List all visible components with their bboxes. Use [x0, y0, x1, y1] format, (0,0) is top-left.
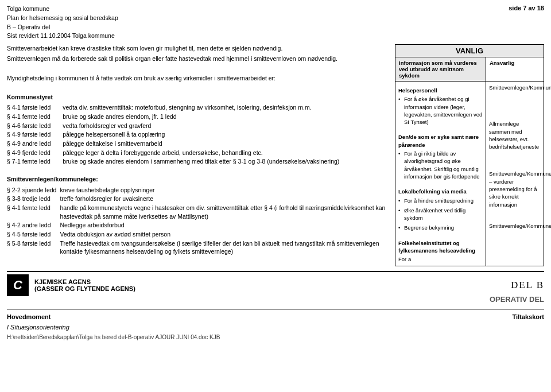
footer-row: Hovedmoment Tiltakskort [7, 313, 544, 320]
section1-title: Helsepersonell [398, 87, 483, 94]
section4-title: Folkehelseinstituttet og fylkesmannens h… [398, 239, 483, 255]
section3-bullet-3: Begrense bekymring [404, 224, 483, 231]
right-column: VANLIG Informasjon som må vurderes ved u… [395, 44, 544, 266]
intro-para-2: Smittevernlegen må da forberede sak til … [7, 55, 390, 63]
section2-ansvarlig: Allmennlege sammen med helsesøster, evt.… [489, 120, 541, 150]
ansvarlig-header: Ansvarlig [486, 57, 544, 81]
table-row: § 7-1 femte ledd bruke og skade andres e… [7, 157, 390, 166]
situasjon-text: I Situasjonsorientering [7, 324, 544, 331]
cell-ref: § 7-1 femte ledd [7, 157, 63, 166]
section1-ansvarlig: Smittevernlegen/Kommunelegen [489, 84, 541, 91]
table-row: § 4-6 første ledd vedta forholdsregler v… [7, 122, 390, 131]
cell-desc: treffe forholdsregler for uvaksinerte [60, 195, 390, 204]
table-row: § 5-8 første ledd Treffe hastevedtak om … [7, 239, 390, 257]
tiltakskort-label: Tiltakskort [513, 313, 544, 320]
table-row: § 4-1 femte ledd bruke og skade andres e… [7, 112, 390, 122]
table-row: § 4-2 andre ledd Nedlegge arbeidsforbud [7, 221, 390, 230]
del-b-label: DEL B [511, 279, 544, 291]
del-b-text: DEL B [511, 280, 544, 290]
table-row: § 4-9 fjerde ledd pålegge leger å delta … [7, 149, 390, 158]
cell-ref: § 4-5 første ledd [7, 230, 60, 239]
c-box: C [7, 274, 29, 296]
bottom-section: C KJEMISKE AGENS (GASSER OG FLYTENDE AGE… [7, 271, 544, 304]
cell-ref: § 4-1 femte ledd [7, 204, 60, 221]
table-row: § 4-9 første ledd pålegge helsepersonell… [7, 130, 390, 139]
cell-desc: pålegge helsepersonell å ta opplæring [63, 130, 390, 139]
cell-desc: vedta div. smittevernttiltak: moteforbud… [63, 103, 390, 112]
cell-ref: § 4-6 første ledd [7, 122, 63, 131]
main-content: Smittevernarbeidet kan kreve drastiske t… [7, 44, 544, 266]
page-header: Tolga kommune Plan for helsemessig og so… [7, 5, 544, 41]
info-header: Informasjon som må vurderes ved utbrudd … [395, 57, 486, 81]
operativ-text: OPERATIV DEL [490, 295, 544, 304]
org-name: Tolga kommune [7, 5, 118, 14]
cell-ref: § 2-2 sjuende ledd [7, 186, 60, 195]
kommunelege-table: § 2-2 sjuende ledd kreve taushetsbelagte… [7, 186, 390, 257]
left-column: Smittevernarbeidet kan kreve drastiske t… [7, 44, 390, 266]
cell-desc: Vedta obduksjon av avdød smittet person [60, 230, 390, 239]
page-number: side 7 av 18 [509, 5, 544, 41]
kommunestyret-label: Kommunestyret [7, 93, 390, 102]
right-header: Informasjon som må vurderes ved utbrudd … [395, 57, 544, 81]
cell-ref: § 5-8 første ledd [7, 239, 60, 257]
intro-para-1: Smittevernarbeidet kan kreve drastiske t… [7, 44, 390, 53]
section4-ansvarlig: Smittevernlege/Kommunelege [489, 222, 541, 230]
footer-section: Hovedmoment Tiltakskort I Situasjonsorie… [7, 309, 544, 340]
cell-ref: § 4-9 andre ledd [7, 139, 63, 149]
cell-desc: handle på kommunestyrets vegne i hastesa… [60, 204, 390, 221]
table-row: § 4-1 første ledd vedta div. smittevernt… [7, 103, 390, 112]
right-body-right: Smittevernlegen/Kommunelegen Allmennlege… [486, 81, 544, 266]
kjemiske-line1: KJEMISKE AGENS [34, 278, 135, 285]
cell-ref: § 4-1 første ledd [7, 103, 63, 112]
table-row: § 3-8 tredje ledd treffe forholdsregler … [7, 195, 390, 204]
cell-desc: pålegge deltakelse i smittevernarbeid [63, 139, 390, 149]
section3-bullet-1: For å hindre smittespredning [404, 197, 483, 204]
cell-desc: bruke og skade andres eiendom i sammenhe… [63, 157, 390, 166]
hovedmoment-label: Hovedmoment [7, 313, 51, 320]
cell-ref: § 4-9 fjerde ledd [7, 149, 63, 158]
cell-desc: bruke og skade andres eiendom, jfr. 1 le… [63, 112, 390, 122]
file-path: H:\nettsiden\Beredskapplan\Tolga hs bere… [7, 334, 544, 340]
bottom-row: C KJEMISKE AGENS (GASSER OG FLYTENDE AGE… [7, 274, 544, 296]
section-label: B – Operativ del [7, 23, 118, 32]
section3-title: Lokalbefolkning via media [398, 188, 483, 195]
table-row: § 4-5 første ledd Vedta obduksjon av avd… [7, 230, 390, 239]
revision-date: Sist revidert 11.10.2004 Tolga kommune [7, 32, 118, 41]
kjemiske-line2: (GASSER OG FLYTENDE AGENS) [34, 285, 135, 292]
section3-ansvarlig: Smittevernlege/Kommunelege – vurderer pr… [489, 170, 541, 208]
plan-title: Plan for helsemessig og sosial beredskap [7, 14, 118, 23]
kjemiske-text: KJEMISKE AGENS (GASSER OG FLYTENDE AGENS… [34, 278, 135, 292]
table-row: § 2-2 sjuende ledd kreve taushetsbelagte… [7, 186, 390, 195]
table-row: § 4-1 femte ledd handle på kommunestyret… [7, 204, 390, 221]
section3-bullet-2: Øke årvåkenhet ved tidlig sykdom [404, 207, 483, 222]
cell-desc: pålegge leger å delta i forebyggende arb… [63, 149, 390, 158]
c-label: C [13, 278, 22, 293]
table-row: § 4-9 andre ledd pålegge deltakelse i sm… [7, 139, 390, 149]
for-a-text: For a [398, 255, 483, 263]
header-left: Tolga kommune Plan for helsemessig og so… [7, 5, 118, 41]
cell-ref: § 4-2 andre ledd [7, 221, 60, 230]
cell-ref: § 4-9 første ledd [7, 130, 63, 139]
section2-title: Den/de som er syke samt nære pårørende [398, 133, 483, 149]
kommunestyret-table: § 4-1 første ledd vedta div. smittevernt… [7, 103, 390, 166]
cell-desc: Nedlegge arbeidsforbud [60, 221, 390, 230]
operativ-label: OPERATIV DEL [7, 295, 544, 304]
right-body-left: Helsepersonell For å øke årvåkenhet og g… [395, 81, 486, 266]
cell-desc: kreve taushetsbelagte opplysninger [60, 186, 390, 195]
cell-desc: vedta forholdsregler ved gravferd [63, 122, 390, 131]
kommunelege-label: Smittevernlegen/kommunelege: [7, 175, 390, 184]
cell-ref: § 4-1 femte ledd [7, 112, 63, 122]
section2-bullet-1: For å gi riktig bilde av alvorlighetsgra… [404, 150, 483, 180]
cell-desc: Treffe hastevedtak om tvangsundersøkelse… [60, 239, 390, 257]
myndighet-heading: Myndighetsdeling i kommunen til å fatte … [7, 74, 390, 83]
right-body: Helsepersonell For å øke årvåkenhet og g… [395, 81, 544, 266]
section1-bullet-1: For å øke årvåkenhet og gi informasjon v… [404, 95, 483, 126]
cell-ref: § 3-8 tredje ledd [7, 195, 60, 204]
vanlig-title: VANLIG [395, 45, 544, 57]
